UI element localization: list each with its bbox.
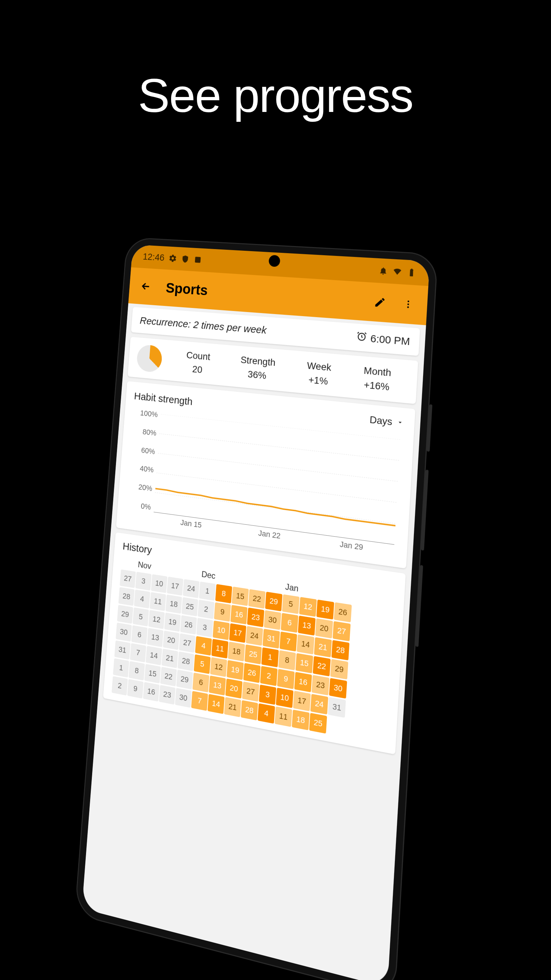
- calendar-day-cell[interactable]: 2: [260, 666, 278, 686]
- calendar-day-cell[interactable]: 22: [313, 656, 331, 676]
- calendar-day-cell[interactable]: 5: [282, 595, 300, 614]
- calendar-day-cell[interactable]: 28: [178, 651, 194, 671]
- calendar-day-cell[interactable]: 16: [294, 672, 312, 692]
- calendar-day-cell[interactable]: 10: [151, 574, 167, 593]
- calendar-day-cell[interactable]: 9: [127, 679, 143, 698]
- calendar-day-cell[interactable]: 27: [179, 633, 195, 653]
- calendar-day-cell[interactable]: 31: [263, 629, 280, 649]
- calendar-day-cell[interactable]: 25: [309, 713, 327, 733]
- calendar-day-cell[interactable]: 3: [196, 618, 213, 637]
- calendar-day-cell[interactable]: 12: [210, 657, 227, 677]
- calendar-day-cell[interactable]: 13: [298, 616, 316, 636]
- calendar-day-cell[interactable]: 26: [333, 602, 352, 622]
- calendar-day-cell[interactable]: 28: [331, 640, 349, 660]
- calendar-day-cell[interactable]: 18: [292, 710, 310, 730]
- calendar-day-cell[interactable]: 3: [135, 572, 152, 590]
- calendar-day-cell[interactable]: 16: [230, 605, 247, 624]
- calendar-day-cell[interactable]: 20: [225, 679, 242, 698]
- calendar-day-cell[interactable]: 28: [118, 587, 135, 606]
- calendar-day-cell[interactable]: 10: [213, 620, 230, 640]
- calendar-day-cell[interactable]: 18: [228, 642, 245, 662]
- calendar-day-cell[interactable]: 25: [182, 597, 198, 617]
- calendar-day-cell[interactable]: 8: [215, 584, 232, 603]
- calendar-day-cell[interactable]: 20: [315, 618, 333, 638]
- calendar-day-cell[interactable]: 19: [164, 612, 181, 632]
- calendar-day-cell[interactable]: 18: [166, 595, 182, 614]
- calendar-day-cell[interactable]: 30: [264, 610, 281, 630]
- calendar-day-cell[interactable]: 15: [295, 653, 313, 673]
- calendar-day-cell[interactable]: 10: [276, 688, 294, 708]
- calendar-day-cell[interactable]: 14: [208, 694, 224, 714]
- calendar-day-cell[interactable]: 2: [111, 676, 128, 695]
- calendar-day-cell[interactable]: 11: [275, 706, 292, 727]
- chart-range-dropdown[interactable]: Days: [368, 412, 405, 431]
- calendar-day-cell[interactable]: 19: [227, 660, 243, 680]
- calendar-day-cell[interactable]: 7: [191, 691, 208, 711]
- calendar-day-cell[interactable]: 26: [180, 615, 197, 635]
- calendar-day-cell[interactable]: 29: [265, 592, 282, 611]
- calendar-day-cell[interactable]: 29: [117, 605, 133, 624]
- calendar-day-cell[interactable]: 2: [198, 600, 214, 619]
- more-button[interactable]: [399, 295, 418, 314]
- calendar-day-cell[interactable]: 25: [245, 644, 262, 665]
- calendar-day-cell[interactable]: 7: [130, 643, 146, 662]
- calendar-day-cell[interactable]: 27: [120, 569, 136, 588]
- calendar-day-cell[interactable]: 17: [293, 691, 311, 711]
- calendar-day-cell[interactable]: 23: [311, 675, 330, 695]
- calendar-day-cell[interactable]: 4: [195, 636, 212, 656]
- calendar-day-cell[interactable]: 13: [209, 675, 226, 695]
- calendar-day-cell[interactable]: 23: [159, 685, 176, 705]
- calendar-day-cell[interactable]: 30: [175, 688, 192, 708]
- calendar-day-cell[interactable]: 7: [279, 632, 297, 652]
- calendar-day-cell[interactable]: 5: [194, 654, 211, 674]
- calendar-day-cell[interactable]: 24: [246, 626, 263, 646]
- calendar-day-cell[interactable]: 11: [150, 592, 166, 611]
- calendar-day-cell[interactable]: 8: [129, 661, 145, 681]
- calendar-day-cell[interactable]: 29: [330, 659, 348, 679]
- calendar-day-cell[interactable]: 13: [147, 628, 163, 647]
- calendar-day-cell[interactable]: 31: [328, 697, 346, 718]
- calendar-day-cell[interactable]: 14: [297, 634, 314, 654]
- calendar-day-cell[interactable]: 21: [224, 697, 241, 717]
- calendar-day-cell[interactable]: 4: [257, 703, 275, 724]
- calendar-day-cell[interactable]: 8: [278, 650, 296, 670]
- calendar-day-cell[interactable]: 24: [183, 579, 199, 598]
- calendar-day-cell[interactable]: 6: [192, 673, 210, 692]
- calendar-day-cell[interactable]: 17: [229, 624, 246, 643]
- calendar-day-cell[interactable]: 4: [134, 590, 150, 609]
- back-button[interactable]: [137, 278, 154, 295]
- calendar-day-cell[interactable]: 1: [199, 582, 216, 601]
- calendar-day-cell[interactable]: 22: [160, 667, 177, 686]
- calendar-day-cell[interactable]: 16: [143, 682, 159, 702]
- calendar-day-cell[interactable]: 12: [299, 597, 317, 617]
- calendar-day-cell[interactable]: 27: [242, 682, 259, 702]
- calendar-day-cell[interactable]: 9: [277, 669, 295, 689]
- calendar-day-cell[interactable]: 6: [281, 613, 298, 633]
- calendar-day-cell[interactable]: 28: [241, 700, 258, 721]
- calendar-day-cell[interactable]: 5: [133, 608, 149, 627]
- calendar-day-cell[interactable]: 30: [329, 678, 347, 698]
- calendar-day-cell[interactable]: 31: [114, 640, 130, 659]
- calendar-day-cell[interactable]: 23: [247, 608, 264, 627]
- calendar-day-cell[interactable]: 15: [144, 664, 160, 683]
- calendar-day-cell[interactable]: 27: [333, 621, 351, 641]
- calendar-day-cell[interactable]: 9: [214, 602, 231, 622]
- calendar-day-cell[interactable]: 12: [148, 610, 165, 629]
- calendar-day-cell[interactable]: 11: [211, 639, 228, 659]
- calendar-day-cell[interactable]: 29: [176, 670, 193, 689]
- calendar-day-cell[interactable]: 21: [162, 649, 178, 668]
- calendar-day-cell[interactable]: 30: [116, 623, 132, 642]
- calendar-day-cell[interactable]: 19: [316, 600, 334, 620]
- calendar-day-cell[interactable]: 22: [248, 589, 266, 608]
- calendar-day-cell[interactable]: 1: [113, 658, 129, 678]
- calendar-day-cell[interactable]: 15: [232, 587, 249, 606]
- calendar-day-cell[interactable]: 26: [243, 663, 260, 683]
- calendar-day-cell[interactable]: 24: [310, 694, 328, 714]
- calendar-day-cell[interactable]: 20: [163, 630, 179, 650]
- calendar-day-cell[interactable]: 3: [259, 685, 276, 705]
- edit-button[interactable]: [371, 293, 389, 312]
- calendar-day-cell[interactable]: 6: [131, 625, 148, 644]
- calendar-day-cell[interactable]: 21: [314, 637, 332, 657]
- calendar-day-cell[interactable]: 17: [167, 577, 183, 596]
- calendar-day-cell[interactable]: 14: [146, 646, 162, 665]
